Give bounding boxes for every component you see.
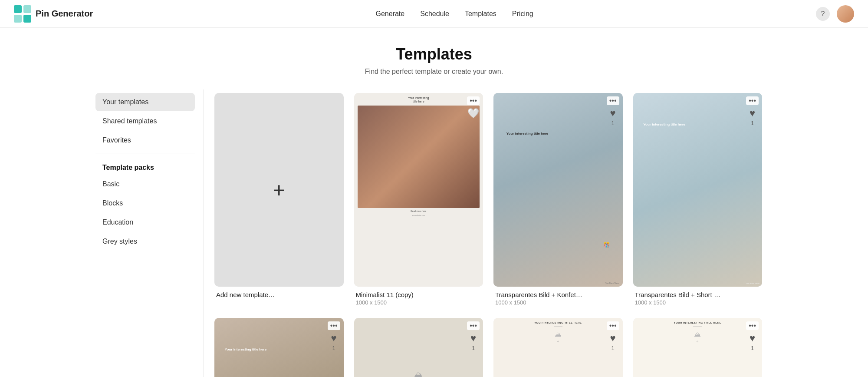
more-button-0[interactable]: •••: [467, 96, 480, 105]
heart-icon-3: ♥: [331, 333, 337, 344]
sidebar-item-basic[interactable]: Basic: [95, 175, 195, 193]
heart-icon-1: ♥: [610, 108, 616, 119]
preview-brand-2: Your Brand Name: [746, 282, 760, 284]
heart-button-6[interactable]: ♥ 1: [750, 333, 755, 351]
template-card-4[interactable]: ⛰ ⊙ Your interesting title here ••• ♥ 1: [354, 318, 483, 377]
template-thumb-1: Your interesting title here 🎊 Your Brand…: [493, 93, 623, 287]
template-card-1[interactable]: Your interesting title here 🎊 Your Brand…: [493, 93, 623, 308]
template-card-0[interactable]: Your interestingtitle here Read more her…: [354, 93, 483, 308]
more-button-6[interactable]: •••: [746, 321, 759, 330]
heart-button-2[interactable]: ♥ 1: [750, 108, 755, 126]
preview-title-text: Your interestingtitle here: [358, 96, 480, 104]
preview-ul-logo-5: ⊙: [557, 340, 559, 343]
preview-transp-1: Your interesting title here 🎊 Your Brand…: [493, 93, 623, 287]
template-thumb-5: YOUR INTERESTING TITLE HERE ⛰ ⊙ ••• ♥ 1: [493, 318, 623, 377]
mountain-icon: ⛰: [414, 370, 423, 377]
preview-person-sit-3: Your interesting title here Your Brand N…: [214, 318, 344, 377]
heart-button-3[interactable]: ♥ 1: [331, 333, 337, 351]
heart-icon-2: ♥: [750, 108, 755, 119]
confetti-icon: 🎊: [603, 242, 610, 248]
svg-rect-3: [23, 15, 31, 23]
heart-count-2: 1: [751, 120, 754, 126]
preview-image-block: [358, 106, 480, 208]
header: Pin Generator Generate Schedule Template…: [0, 0, 868, 28]
preview-text-ul-5: YOUR INTERESTING TITLE HERE ⛰ ⊙: [493, 318, 623, 377]
template-thumb-3: Your interesting title here Your Brand N…: [214, 318, 344, 377]
page-title: Templates: [0, 45, 868, 63]
add-icon: +: [273, 178, 285, 202]
preview-ul-mountain-6: ⛰: [694, 331, 701, 338]
nav-right: ?: [816, 5, 854, 23]
template-info-0: Minimalist 11 (copy) 1000 x 1500: [354, 287, 483, 308]
avatar-image: [837, 5, 854, 23]
preview-ul-logo-6: ⊙: [697, 340, 698, 343]
add-new-card[interactable]: + Add new template…: [214, 93, 344, 308]
sidebar-section-template-packs: Template packs: [95, 157, 195, 175]
template-name-1: Transparentes Bild + Konfet…: [495, 291, 621, 298]
svg-rect-0: [14, 5, 22, 13]
preview-read-more: Read more here: [358, 210, 480, 212]
sidebar-item-shared-templates[interactable]: Shared templates: [95, 112, 195, 130]
logo-area[interactable]: Pin Generator: [14, 5, 93, 23]
preview-bg-1: [493, 93, 623, 287]
preview-overlay-text-2: Your interesting title here: [643, 122, 717, 127]
svg-rect-2: [14, 15, 22, 23]
sidebar-item-education[interactable]: Education: [95, 213, 195, 231]
nav-pricing[interactable]: Pricing: [512, 10, 533, 18]
more-button-4[interactable]: •••: [467, 321, 480, 330]
sidebar-item-favorites[interactable]: Favorites: [95, 131, 195, 149]
template-size-1: 1000 x 1500: [495, 299, 621, 306]
template-card-2[interactable]: Your interesting title here Your Brand N…: [633, 93, 763, 308]
heart-icon-6: ♥: [750, 333, 755, 344]
heart-icon-0: 🤍: [467, 108, 479, 119]
preview-ul-mountain-5: ⛰: [555, 331, 562, 338]
preview-ul-line-5: [554, 327, 562, 327]
sidebar: Your templates Shared templates Favorite…: [95, 89, 204, 377]
template-actions-3: ••• ♥ 1: [328, 321, 340, 351]
heart-icon-5: ♥: [610, 333, 616, 344]
template-grid: + Add new template… Your interestingtitl…: [214, 89, 762, 377]
more-button-3[interactable]: •••: [328, 321, 340, 330]
preview-overlay-text-3: Your interesting title here: [225, 347, 299, 352]
add-new-label: Add new template…: [216, 291, 342, 298]
add-new-thumb[interactable]: +: [214, 93, 344, 287]
main-layout: Your templates Shared templates Favorite…: [87, 89, 781, 377]
help-button[interactable]: ?: [816, 7, 830, 21]
heart-button-4[interactable]: ♥ 1: [470, 333, 476, 351]
page-subtitle: Find the perfect template or create your…: [0, 68, 868, 76]
more-button-5[interactable]: •••: [607, 321, 619, 330]
template-thumb-6: Your interesting title here ⛰ ⊙ ••• ♥ 1: [633, 318, 763, 377]
preview-top-section: ⛰: [354, 318, 483, 377]
preview-text-ul-logo-6: Your interesting title here ⛰ ⊙: [633, 318, 763, 377]
avatar[interactable]: [837, 5, 854, 23]
nav-generate[interactable]: Generate: [376, 10, 405, 18]
template-thumb-2: Your interesting title here Your Brand N…: [633, 93, 763, 287]
template-card-5[interactable]: YOUR INTERESTING TITLE HERE ⛰ ⊙ ••• ♥ 1: [493, 318, 623, 377]
template-thumb-4: ⛰ ⊙ Your interesting title here ••• ♥ 1: [354, 318, 483, 377]
preview-minimalist: Your interestingtitle here Read more her…: [354, 93, 483, 287]
preview-ul-title-5: YOUR INTERESTING TITLE HERE: [534, 321, 582, 325]
template-card-6[interactable]: Your interesting title here ⛰ ⊙ ••• ♥ 1: [633, 318, 763, 377]
page-header: Templates Find the perfect template or c…: [0, 28, 868, 89]
more-button-2[interactable]: •••: [746, 96, 759, 105]
heart-button-5[interactable]: ♥ 1: [610, 333, 616, 351]
heart-button-0[interactable]: 🤍: [467, 108, 479, 119]
template-name-2: Transparentes Bild + Short …: [635, 291, 761, 298]
template-thumb-0: Your interestingtitle here Read more her…: [354, 93, 483, 287]
nav-schedule[interactable]: Schedule: [420, 10, 449, 18]
template-actions-2: ••• ♥ 1: [746, 96, 759, 126]
sidebar-item-blocks[interactable]: Blocks: [95, 194, 195, 212]
preview-ul-title-6: Your interesting title here: [674, 321, 721, 325]
template-card-3[interactable]: Your interesting title here Your Brand N…: [214, 318, 344, 377]
template-info-2: Transparentes Bild + Short … 1000 x 1500: [633, 287, 763, 308]
template-size-0: 1000 x 1500: [356, 299, 482, 306]
heart-button-1[interactable]: ♥ 1: [610, 108, 616, 126]
sidebar-item-grey-styles[interactable]: Grey styles: [95, 232, 195, 251]
preview-short-2: Your interesting title here Your Brand N…: [633, 93, 763, 287]
sidebar-divider: [95, 153, 195, 153]
sidebar-item-your-templates[interactable]: Your templates: [95, 93, 195, 111]
nav-templates[interactable]: Templates: [465, 10, 496, 18]
template-info-1: Transparentes Bild + Konfet… 1000 x 1500: [493, 287, 623, 308]
logo-text: Pin Generator: [36, 9, 93, 19]
more-button-1[interactable]: •••: [607, 96, 619, 105]
